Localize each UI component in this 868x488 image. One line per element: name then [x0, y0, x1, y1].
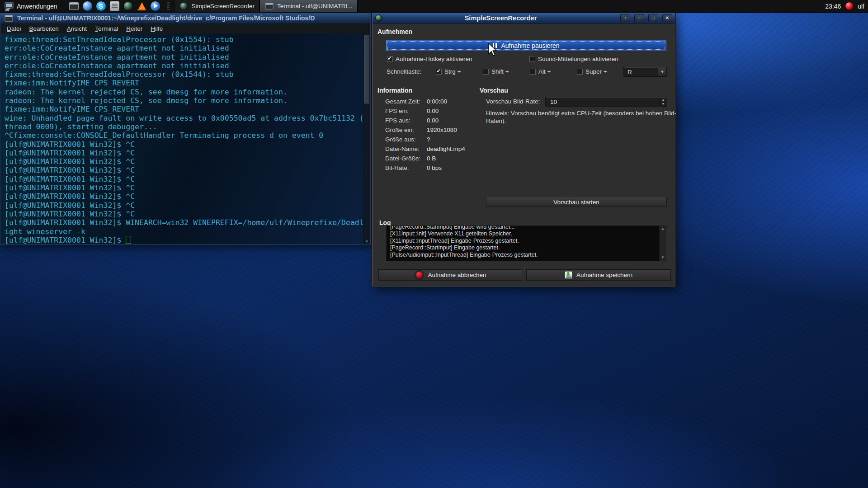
checkbox-icon[interactable] [577, 69, 583, 75]
window-list: SimpleScreenRecorder Terminal - ulf@UNIM… [174, 0, 358, 12]
scroll-up-icon[interactable]: ▲ [660, 227, 666, 231]
menu-ansicht[interactable]: Ansicht [63, 25, 90, 33]
hotkey-key-dropdown[interactable]: R ▼ [623, 67, 667, 77]
scroll-down-icon[interactable]: ▼ [660, 255, 666, 260]
terminal-scrollbar-thumb[interactable] [364, 35, 369, 103]
terminal-line: fixme:imm:NotifyIME CPS_REVERT [5, 105, 370, 113]
menu-hilfe[interactable]: Hilfe [147, 25, 166, 33]
modifier-alt-checkbox[interactable]: Alt + [530, 68, 551, 75]
terminal-line: err:ole:CoCreateInstance apartment not i… [5, 44, 370, 52]
applications-icon [5, 2, 14, 10]
framerate-label: Vorschau Bild-Rate: [486, 98, 540, 105]
terminal-output[interactable]: fixme:thread:SetThreadIdealProcessor (0x… [1, 33, 370, 244]
ssr-titlebar[interactable]: SimpleScreenRecorder ↑ – □ ✕ [373, 13, 675, 24]
menu-bearbeiten[interactable]: Bearbeiten [26, 25, 62, 33]
terminal-scrollbar[interactable]: ▾ [363, 33, 370, 244]
close-button[interactable]: ✕ [662, 14, 672, 22]
pause-recording-button[interactable]: Aufnahme pausieren [386, 40, 666, 51]
modifier-ctrl-checkbox[interactable]: Strg + [436, 68, 461, 75]
start-preview-button[interactable]: Vorschau starten [486, 197, 667, 207]
pause-button-label: Aufnahme pausieren [501, 42, 559, 49]
modifier-super-checkbox[interactable]: Super + [577, 68, 607, 75]
menu-terminal[interactable]: Terminal [91, 25, 122, 33]
hotkey-label: Schnelltaste: [387, 68, 421, 75]
modifier-shift-checkbox[interactable]: Shift + [483, 68, 509, 75]
button-label: Vorschau starten [553, 199, 599, 206]
terminal-titlebar[interactable]: Terminal - ulf@UNIMATRIX0001:~/Wineprefi… [0, 13, 370, 24]
terminal-line: [ulf@UNIMATRIX0001 Win32]$ ^C [5, 149, 370, 157]
taskbar-button-label: Terminal - ulf@UNIMATRI... [277, 3, 352, 9]
checkbox-label: Strg + [444, 68, 461, 75]
terminal-line: [ulf@UNIMATRIX0001 Win32]$ ^C [5, 166, 370, 174]
terminal-line: thread 0009), starting debugger... [5, 122, 370, 131]
table-row: FPS ein:0.00 [385, 106, 465, 116]
table-row: Größe ein:868x488 [385, 125, 465, 135]
media-player-launcher-icon[interactable] [151, 1, 160, 11]
button-label: Aufnahme speichern [576, 272, 632, 278]
table-row: FPS aus:0.00 [385, 116, 465, 125]
table-row: Bit-Rate:0 bps [385, 163, 465, 173]
menu-reiter[interactable]: Reiter [123, 25, 146, 33]
skype-launcher-icon[interactable]: S [96, 1, 106, 11]
archive-manager-launcher-icon[interactable] [110, 1, 119, 11]
checkbox-icon[interactable] [529, 56, 535, 62]
minimize-button[interactable]: – [634, 14, 644, 22]
checkbox-icon[interactable] [483, 69, 489, 75]
ssr-window-icon [375, 14, 382, 22]
top-panel: Anwendungen S SimpleScreenRecorder Termi… [0, 0, 868, 13]
table-row: Größe aus:? [385, 135, 465, 144]
taskbar-button-label: SimpleScreenRecorder [192, 3, 255, 9]
taskbar-button-terminal[interactable]: Terminal - ulf@UNIMATRI... [259, 0, 357, 12]
terminal-line: err:ole:CoCreateInstance apartment not i… [5, 61, 370, 70]
terminal-line: [ulf@UNIMATRIX0001 Win32]$ ^C [5, 201, 370, 210]
user-name-label[interactable]: ulf [858, 3, 864, 10]
menu-datei[interactable]: Datei [3, 25, 25, 33]
browser-launcher-icon[interactable] [83, 1, 92, 11]
vlc-launcher-icon[interactable] [137, 1, 146, 11]
chevron-down-icon[interactable]: ▼ [658, 67, 666, 76]
terminal-line: fixme:imm:NotifyIME CPS_REVERT [5, 79, 370, 87]
desktop: Anwendungen S SimpleScreenRecorder Termi… [0, 0, 868, 488]
window-app-launcher-icon[interactable] [69, 2, 79, 10]
checkbox-label: Super + [585, 68, 607, 75]
sound-notify-checkbox[interactable]: Sound-Mitteilungen aktivieren [529, 56, 618, 62]
maximize-button[interactable]: □ [648, 14, 658, 22]
terminal-line: [ulf@UNIMATRIX0001 Win32]$ ^C [5, 192, 370, 201]
checkbox-label: Alt + [538, 68, 551, 75]
scroll-down-icon[interactable]: ▾ [364, 239, 370, 244]
recording-tray-icon[interactable] [845, 2, 854, 10]
save-recording-button[interactable]: Aufnahme speichern [526, 269, 671, 281]
taskbar-button-simplescreenrecorder[interactable]: SimpleScreenRecorder [174, 0, 260, 12]
screenrecorder-launcher-icon[interactable] [123, 1, 133, 11]
terminal-line: [ulf@UNIMATRIX0001 Win32]$ ^C [5, 157, 370, 166]
spin-up-icon[interactable]: ▲ [660, 98, 667, 102]
hotkey-enable-checkbox[interactable]: Aufnahme-Hotkey aktivieren [387, 56, 472, 62]
dropdown-value: R [624, 69, 658, 75]
log-output[interactable]: [PageRecord::StartInput] Eingabe wird ge… [386, 225, 666, 261]
table-row: Gesamt Zeit:0:00:00 [385, 97, 465, 106]
preview-section-heading: Vorschau [480, 87, 508, 94]
terminal-line: radeon: The kernel rejected CS, see dmes… [5, 88, 370, 96]
record-section-heading: Aufnehmen [377, 28, 412, 35]
checkbox-icon[interactable] [436, 69, 442, 75]
table-row: Datei-Name:deadlight.mp4 [385, 144, 465, 154]
terminal-line: [ulf@UNIMATRIX0001 Win32]$ ^C [5, 183, 370, 192]
terminal-cursor [126, 236, 131, 244]
shade-button[interactable]: ↑ [620, 14, 630, 22]
terminal-line: radeon: The kernel rejected CS, see dmes… [5, 96, 370, 105]
checkbox-icon[interactable] [530, 69, 536, 75]
applications-menu-button[interactable]: Anwendungen [4, 1, 60, 11]
checkbox-icon[interactable] [387, 56, 393, 62]
spin-down-icon[interactable]: ▼ [660, 102, 667, 106]
terminal-menubar: Datei Bearbeiten Ansicht Terminal Reiter… [0, 24, 370, 34]
terminal-line: err:ole:CoCreateInstance apartment not i… [5, 53, 370, 61]
taskbar-drag-handle[interactable] [167, 2, 170, 11]
log-line: [X11Input::InputThread] Eingabe-Prozess … [390, 238, 657, 244]
clock[interactable]: 23:46 [825, 3, 841, 10]
terminal-line: [ulf@UNIMATRIX0001 Win32]$ ^C [5, 175, 370, 183]
terminal-window-icon [265, 3, 274, 9]
cancel-recording-button[interactable]: Aufnahme abbrechen [378, 269, 523, 281]
framerate-spinbox[interactable]: 10 ▲▼ [545, 97, 667, 107]
log-scrollbar[interactable]: ▲ ▼ [659, 226, 666, 261]
terminal-prompt-line: [ulf@UNIMATRIX0001 Win32]$ [5, 236, 370, 244]
